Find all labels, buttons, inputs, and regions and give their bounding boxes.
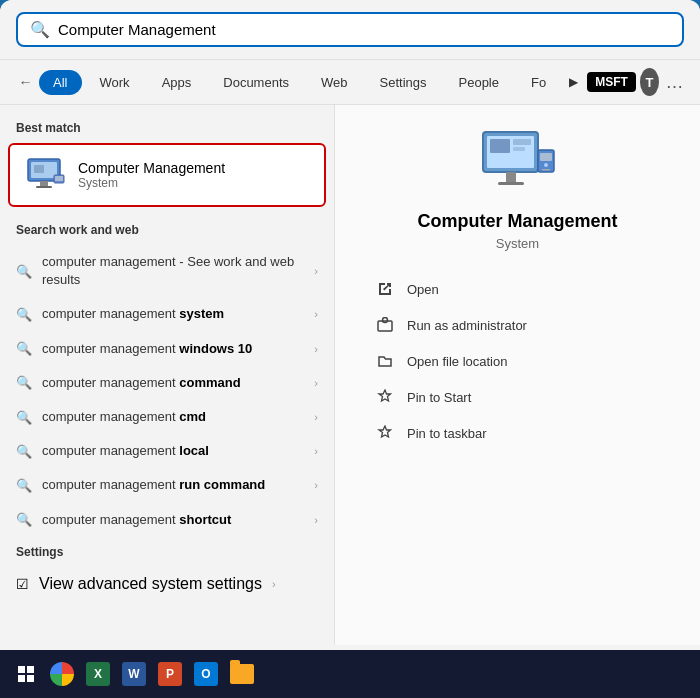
result-text: computer management system [42,305,304,323]
svg-rect-2 [34,165,44,173]
search-bar-container: 🔍 [0,0,700,60]
tab-fo[interactable]: Fo [517,70,560,95]
svg-rect-22 [18,675,25,682]
tab-work[interactable]: Work [86,70,144,95]
list-item[interactable]: 🔍 computer management shortcut › [0,503,334,537]
search-input[interactable] [58,21,670,38]
pin-start-icon [375,387,395,407]
svg-rect-6 [55,176,63,181]
result-text: computer management cmd [42,408,304,426]
svg-rect-20 [18,666,25,673]
best-match-label: Best match [0,121,334,143]
pin-taskbar-action[interactable]: Pin to taskbar [363,415,672,451]
svg-rect-9 [490,139,510,153]
powerpoint-taskbar-icon[interactable]: P [154,658,186,690]
svg-point-19 [383,318,388,323]
settings-item[interactable]: ☑ View advanced system settings › [0,567,334,601]
tab-web[interactable]: Web [307,70,362,95]
word-taskbar-icon[interactable]: W [118,658,150,690]
search-result-icon: 🔍 [16,478,32,493]
folder-taskbar-icon[interactable] [226,658,258,690]
t-badge[interactable]: T [640,68,659,96]
result-arrow: › [314,479,318,491]
svg-rect-11 [513,147,525,151]
outlook-taskbar-icon[interactable]: O [190,658,222,690]
outlook-icon: O [194,662,218,686]
tab-settings[interactable]: Settings [366,70,441,95]
result-text: computer management command [42,374,304,392]
tab-apps[interactable]: Apps [148,70,206,95]
svg-rect-15 [540,153,552,161]
result-arrow: › [314,343,318,355]
pin-taskbar-label: Pin to taskbar [407,426,487,441]
settings-item-label: View advanced system settings [39,575,262,593]
app-subtitle: System [496,236,539,251]
svg-rect-17 [542,169,550,171]
action-list: Open Run as administrator Open file loca… [355,271,680,451]
open-file-location-icon [375,351,395,371]
list-item[interactable]: 🔍 computer management system › [0,297,334,331]
search-result-icon: 🔍 [16,512,32,527]
svg-rect-12 [506,172,516,182]
svg-rect-4 [36,186,52,188]
run-as-admin-label: Run as administrator [407,318,527,333]
search-result-icon: 🔍 [16,264,32,279]
result-arrow: › [314,377,318,389]
list-item[interactable]: 🔍 computer management command › [0,366,334,400]
word-icon: W [122,662,146,686]
search-result-icon: 🔍 [16,444,32,459]
pin-start-label: Pin to Start [407,390,471,405]
run-as-admin-icon [375,315,395,335]
left-panel: Best match Computer [0,105,335,645]
chrome-icon [50,662,74,686]
open-file-location-action[interactable]: Open file location [363,343,672,379]
msft-badge[interactable]: MSFT [587,72,636,92]
best-match-text: Computer Management System [78,160,225,190]
result-arrow: › [314,514,318,526]
main-content: Best match Computer [0,105,700,645]
settings-label: Settings [0,545,334,567]
pin-start-action[interactable]: Pin to Start [363,379,672,415]
svg-rect-13 [498,182,524,185]
back-button[interactable]: ← [16,68,35,96]
list-item[interactable]: 🔍 computer management cmd › [0,400,334,434]
run-as-admin-action[interactable]: Run as administrator [363,307,672,343]
result-arrow: › [314,411,318,423]
open-label: Open [407,282,439,297]
excel-icon: X [86,662,110,686]
powerpoint-icon: P [158,662,182,686]
app-icon-large [478,129,558,199]
search-bar: 🔍 [16,12,684,47]
tab-documents[interactable]: Documents [209,70,303,95]
search-result-icon: 🔍 [16,375,32,390]
result-text: computer management windows 10 [42,340,304,358]
windows-start-button[interactable] [10,658,42,690]
open-action[interactable]: Open [363,271,672,307]
more-button[interactable]: … [665,68,684,96]
tab-people[interactable]: People [445,70,513,95]
best-match-subtitle: System [78,176,225,190]
result-text: computer management shortcut [42,511,304,529]
search-overlay: 🔍 ← All Work Apps Documents Web Settings… [0,0,700,650]
svg-rect-23 [27,675,34,682]
folder-icon [230,664,254,684]
search-results-label: Search work and web [0,223,334,245]
best-match-item[interactable]: Computer Management System [8,143,326,207]
result-arrow: › [314,445,318,457]
search-result-icon: 🔍 [16,410,32,425]
list-item[interactable]: 🔍 computer management windows 10 › [0,332,334,366]
right-panel: Computer Management System Open Run as a… [335,105,700,645]
list-item[interactable]: 🔍 computer management - See work and web… [0,245,334,297]
search-icon: 🔍 [30,20,50,39]
result-arrow: › [314,265,318,277]
search-result-icon: 🔍 [16,341,32,356]
chrome-taskbar-icon[interactable] [46,658,78,690]
taskbar: X W P O [0,650,700,698]
settings-icon: ☑ [16,576,29,592]
play-button[interactable]: ▶ [564,68,583,96]
list-item[interactable]: 🔍 computer management local › [0,434,334,468]
list-item[interactable]: 🔍 computer management run command › [0,468,334,502]
open-icon [375,279,395,299]
tab-all[interactable]: All [39,70,81,95]
excel-taskbar-icon[interactable]: X [82,658,114,690]
